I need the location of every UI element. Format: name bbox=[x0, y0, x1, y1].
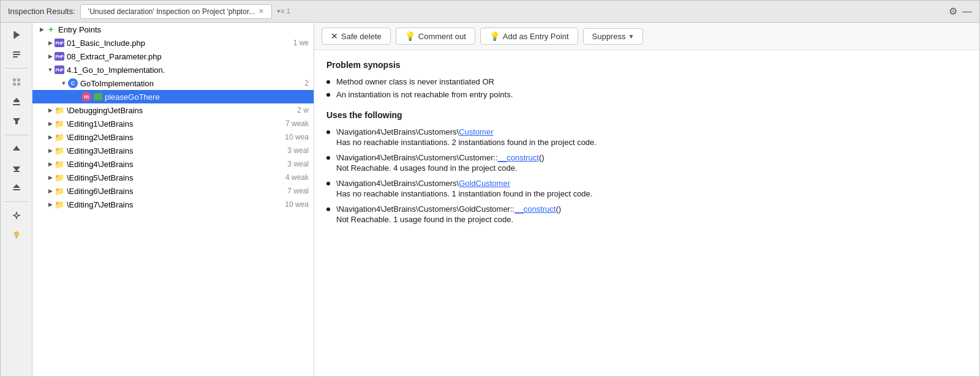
editing6-count: 7 weal bbox=[287, 187, 309, 195]
entry-points-label: Entry Points bbox=[58, 25, 309, 34]
detail-toolbar: ✕ Safe delete 💡 Comment out 💡 Add as Ent… bbox=[314, 23, 979, 50]
php-icon-extract: PHP bbox=[55, 51, 64, 61]
detail-content: Problem synopsis Method owner class is n… bbox=[314, 50, 979, 240]
tree-arrow-editing7: ▶ bbox=[46, 200, 55, 209]
svg-rect-26 bbox=[15, 237, 17, 239]
expand-button[interactable] bbox=[8, 179, 25, 196]
folder-icon-editing3: 📁 bbox=[55, 146, 64, 155]
svg-rect-9 bbox=[17, 83, 20, 86]
uses-dot-2 bbox=[326, 182, 330, 185]
uses-prefix-2: \Navigation4\JetBrains\Customers\ bbox=[336, 179, 459, 188]
tree-arrow-editing2: ▶ bbox=[46, 133, 55, 141]
svg-rect-12 bbox=[13, 104, 20, 105]
minimize-icon[interactable]: — bbox=[962, 6, 972, 17]
tree-item-please-go-there[interactable]: m pleaseGoThere bbox=[32, 90, 314, 103]
folder-icon-editing4: 📁 bbox=[55, 159, 64, 169]
main-content: ▶ + Entry Points ▶ PHP 01_Basic_Include.… bbox=[1, 23, 979, 376]
bullet-dot-1 bbox=[326, 80, 330, 84]
uses-dot-3 bbox=[326, 207, 330, 211]
uses-following-title: Uses the following bbox=[326, 110, 967, 120]
tree-item-editing3[interactable]: ▶ 📁 \Editing3\JetBrains 3 weal bbox=[32, 144, 314, 157]
svg-rect-18 bbox=[13, 189, 20, 190]
editing2-label: \Editing2\JetBrains bbox=[67, 133, 281, 142]
run-icon bbox=[12, 31, 21, 39]
inspection-tab[interactable]: 'Unused declaration' Inspection on Proje… bbox=[80, 4, 272, 19]
uses-link-0[interactable]: Customer bbox=[459, 127, 493, 136]
editing4-count: 3 weal bbox=[287, 160, 309, 168]
prev-button[interactable] bbox=[8, 140, 25, 157]
tree-item-editing7[interactable]: ▶ 📁 \Editing7\JetBrains 10 wea bbox=[32, 198, 314, 211]
folder-icon-editing6: 📁 bbox=[55, 186, 64, 196]
tree-item-basic-include[interactable]: ▶ PHP 01_Basic_Include.php 1 we bbox=[32, 36, 314, 50]
uses-prefix-0: \Navigation4\JetBrains\Customers\ bbox=[336, 127, 459, 136]
uses-sub-0: Has no reachable instantiations. 2 insta… bbox=[336, 138, 967, 147]
wrench-icon bbox=[12, 211, 21, 220]
inspection-results-label: Inspection Results: bbox=[8, 7, 75, 16]
uses-entry-2: \Navigation4\JetBrains\Customers\GoldCus… bbox=[326, 179, 967, 188]
run-button[interactable] bbox=[8, 26, 25, 43]
php-icon-basic: PHP bbox=[55, 38, 64, 48]
uses-link-2[interactable]: GoldCustomer bbox=[459, 179, 510, 188]
tree-item-entry-points[interactable]: ▶ + Entry Points bbox=[32, 23, 314, 36]
uses-link-3[interactable]: __construct bbox=[514, 204, 556, 214]
uses-sub-2: Has no reachable instantiations. 1 insta… bbox=[336, 189, 967, 198]
main-window: Inspection Results: 'Unused declaration'… bbox=[0, 0, 980, 377]
tree-arrow-editing6: ▶ bbox=[46, 187, 55, 195]
tree-item-editing6[interactable]: ▶ 📁 \Editing6\JetBrains 7 weal bbox=[32, 184, 314, 198]
export-button[interactable] bbox=[8, 93, 25, 110]
goto-impl-file-label: 4.1_Go_to_Implementation. bbox=[67, 65, 309, 75]
tree-arrow-editing3: ▶ bbox=[46, 146, 55, 155]
method-m-icon: m bbox=[81, 92, 91, 102]
svg-rect-3 bbox=[13, 51, 20, 53]
next-button[interactable] bbox=[8, 160, 25, 177]
tab-list-icon[interactable]: ▾≡ 1 bbox=[277, 7, 290, 15]
editing4-label: \Editing4\JetBrains bbox=[67, 160, 284, 169]
import-button[interactable] bbox=[8, 73, 25, 91]
safe-delete-label: Safe delete bbox=[341, 32, 382, 41]
settings-button[interactable] bbox=[8, 207, 25, 224]
export-icon bbox=[12, 97, 21, 106]
uses-text-1: \Navigation4\JetBrains\Customers\Custome… bbox=[336, 153, 545, 162]
tree-item-goto-impl-class[interactable]: ▼ C GoToImplementation 2 bbox=[32, 77, 314, 90]
svg-marker-15 bbox=[13, 166, 20, 171]
tree-item-debugging[interactable]: ▶ 📁 \Debugging\JetBrains 2 w bbox=[32, 103, 314, 117]
filter-icon bbox=[12, 117, 21, 125]
editing6-label: \Editing6\JetBrains bbox=[67, 187, 284, 196]
svg-rect-8 bbox=[13, 83, 16, 86]
tree-item-extract-param[interactable]: ▶ PHP 08_Extract_Parameter.php bbox=[32, 50, 314, 63]
php-icon-goto: PHP bbox=[55, 65, 64, 75]
problem-synopsis-title: Problem synopsis bbox=[326, 60, 967, 70]
tree-item-editing1[interactable]: ▶ 📁 \Editing1\JetBrains 7 weak bbox=[32, 117, 314, 130]
editing2-count: 10 wea bbox=[285, 133, 309, 141]
uses-item-0: \Navigation4\JetBrains\Customers\Custome… bbox=[326, 127, 967, 147]
list-view-button[interactable] bbox=[8, 46, 25, 63]
separator-1 bbox=[4, 68, 29, 69]
suppress-button[interactable]: Suppress ▼ bbox=[583, 28, 644, 45]
plus-icon: + bbox=[46, 24, 56, 34]
comment-out-button[interactable]: 💡 Comment out bbox=[396, 28, 475, 45]
uses-suffix-3: () bbox=[556, 204, 561, 214]
tree-arrow-method bbox=[73, 92, 81, 101]
bulb-button[interactable] bbox=[8, 226, 25, 244]
filter-button[interactable] bbox=[8, 113, 25, 130]
gear-icon[interactable]: ⚙ bbox=[949, 6, 957, 17]
import-icon bbox=[12, 78, 21, 86]
separator-3 bbox=[4, 201, 29, 202]
tree-item-goto-impl-file[interactable]: ▼ PHP 4.1_Go_to_Implementation. bbox=[32, 63, 314, 77]
bulb-icon bbox=[12, 231, 21, 239]
tree-item-editing2[interactable]: ▶ 📁 \Editing2\JetBrains 10 wea bbox=[32, 130, 314, 144]
tree-arrow-editing1: ▶ bbox=[46, 119, 55, 128]
folder-icon-editing2: 📁 bbox=[55, 132, 64, 142]
uses-link-1[interactable]: __construct bbox=[498, 153, 539, 162]
uses-suffix-1: () bbox=[539, 153, 545, 162]
debugging-label: \Debugging\JetBrains bbox=[67, 106, 293, 115]
add-entry-point-button[interactable]: 💡 Add as Entry Point bbox=[480, 28, 578, 45]
svg-point-24 bbox=[14, 232, 18, 236]
uses-text-2: \Navigation4\JetBrains\Customers\GoldCus… bbox=[336, 179, 510, 188]
tree-item-editing5[interactable]: ▶ 📁 \Editing5\JetBrains 4 weak bbox=[32, 171, 314, 184]
uses-item-2: \Navigation4\JetBrains\Customers\GoldCus… bbox=[326, 179, 967, 198]
safe-delete-button[interactable]: ✕ Safe delete bbox=[322, 28, 391, 45]
tab-close-icon[interactable]: ✕ bbox=[258, 7, 264, 15]
expand-icon bbox=[12, 184, 21, 192]
tree-item-editing4[interactable]: ▶ 📁 \Editing4\JetBrains 3 weal bbox=[32, 157, 314, 171]
